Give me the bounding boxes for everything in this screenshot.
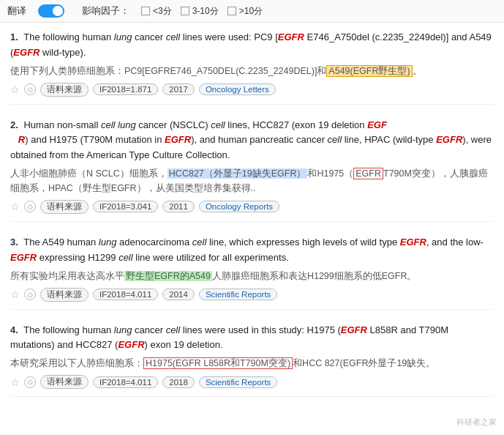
checkbox-mid[interactable] [181,7,189,15]
result-2-num: 2. [10,119,18,130]
egfr-3a: EGFR [400,237,426,248]
result-item-4: 4. The following human lung cancer cell … [10,323,494,398]
result-4-num: 4. [10,324,18,335]
egfr-1a: EGFR [278,31,304,42]
cell-3b: cell [119,252,133,263]
result-3-num: 3. [10,237,18,248]
result-4-meta: ☆ ⊙ 语料来源 IF2018=4.011 2018 Scientific Re… [10,375,494,389]
year-tag-1: 2017 [162,83,195,95]
star-icon-4[interactable]: ☆ [10,376,20,388]
result-1-en: 1. The following human lung cancer cell … [10,30,494,61]
result-1-zh: 使用下列人类肺癌细胞系：PC9[EGFRE746_A750DEL(C.2235_… [10,64,494,78]
cell-3: cell [192,237,207,248]
cell-4: cell [166,324,181,335]
journal-tag-4: Scientific Reports [199,376,277,388]
checkbox-low[interactable] [141,7,150,15]
result-2-en: 2. Human non-small cell lung cancer (NSC… [10,118,494,163]
translate-label: 翻译 [7,4,26,18]
top-bar: 翻译 影响因子： <3分 3-10分 >10分 [0,0,504,23]
result-1-num: 1. [10,31,18,42]
result-item-2: 2. Human non-small cell lung cancer (NSC… [10,118,494,222]
if-options: <3分 3-10分 >10分 [141,5,263,18]
year-tag-3: 2014 [162,289,195,300]
egfr-4b: EGFR [118,339,144,350]
egfr-2c: EGFR [436,134,462,145]
translate-toggle[interactable] [38,4,64,18]
if-option-low-label: <3分 [153,5,172,18]
circle-icon-2[interactable]: ⊙ [24,201,36,212]
cell-lung-2: cell lung [101,119,136,130]
zh-highlight-2b: EGFR [353,168,383,179]
cell-1: cell [166,31,181,42]
circle-icon-4[interactable]: ⊙ [24,376,36,388]
if-tag-1: IF2018=1.871 [93,83,158,95]
zh-highlight-1: A549(EGFR野生型) [326,65,412,77]
checkbox-high[interactable] [227,7,236,15]
result-1-meta: ☆ ⊙ 语料来源 IF2018=1.871 2017 Oncology Lett… [10,83,494,97]
result-3-en: 3. The A549 human lung adenocarcinoma ce… [10,235,494,266]
lung-4: lung [114,324,132,335]
source-tag-4[interactable]: 语料来源 [40,375,89,389]
result-4-en: 4. The following human lung cancer cell … [10,323,494,354]
lung-3: lung [99,237,117,248]
toggle-knob [53,6,63,16]
egfr-1b: EGFR [13,47,40,58]
journal-tag-2: Oncology Reports [199,201,279,212]
if-tag-3: IF2018=4.011 [93,289,158,300]
zh-highlight-4: H1975(EGFR L858R和T790M突变) [143,357,293,369]
if-option-high[interactable]: >10分 [227,5,263,18]
year-tag-2: 2011 [162,201,195,212]
year-tag-4: 2018 [162,376,195,388]
star-icon-1[interactable]: ☆ [10,83,20,95]
result-4-zh: 本研究采用以下人肺癌细胞系：H1975(EGFR L858R和T790M突变)和… [10,356,494,371]
if-option-mid-label: 3-10分 [192,5,219,18]
star-icon-3[interactable]: ☆ [10,289,20,300]
zh-highlight-3: 野生型EGFR的A549 [124,271,212,281]
cell-2: cell [211,119,225,130]
watermark: 科研者之家 [456,417,497,428]
result-3-meta: ☆ ⊙ 语料来源 IF2018=4.011 2014 Scientific Re… [10,288,494,302]
zh-highlight-2a: HCC827（外显子19缺失EGFR） [168,168,308,179]
if-tag-2: IF2018=3.041 [93,201,158,212]
egfr-2b: EGFR [165,134,191,145]
journal-tag-3: Scientific Reports [199,289,277,300]
if-option-mid[interactable]: 3-10分 [181,5,219,18]
result-3-zh: 所有实验均采用表达高水平野生型EGFR的A549人肺腺癌细胞系和表达H1299细… [10,269,494,283]
lung-1: lung [114,31,132,42]
result-2-meta: ☆ ⊙ 语料来源 IF2018=3.041 2011 Oncology Repo… [10,200,494,214]
circle-icon-3[interactable]: ⊙ [24,289,36,300]
if-label: 影响因子： [82,4,129,18]
egfr-4a: EGFR [341,324,367,335]
egfr-3b: EGFR [10,252,37,263]
cell-2b: cell [328,134,342,145]
journal-tag-1: Oncology Letters [199,83,276,95]
if-option-high-label: >10分 [239,5,263,18]
result-item-3: 3. The A549 human lung adenocarcinoma ce… [10,235,494,310]
if-tag-4: IF2018=4.011 [93,376,158,388]
if-option-low[interactable]: <3分 [141,5,172,18]
result-2-zh: 人非小细胞肺癌（N SCLC）细胞系，HCC827（外显子19缺失EGFR）和H… [10,166,494,196]
source-tag-2[interactable]: 语料来源 [40,200,89,214]
source-tag-3[interactable]: 语料来源 [40,288,89,302]
source-tag-1[interactable]: 语料来源 [40,83,89,97]
star-icon-2[interactable]: ☆ [10,201,20,212]
results-list: 1. The following human lung cancer cell … [0,23,504,417]
circle-icon-1[interactable]: ⊙ [24,83,36,95]
result-item-1: 1. The following human lung cancer cell … [10,30,494,105]
